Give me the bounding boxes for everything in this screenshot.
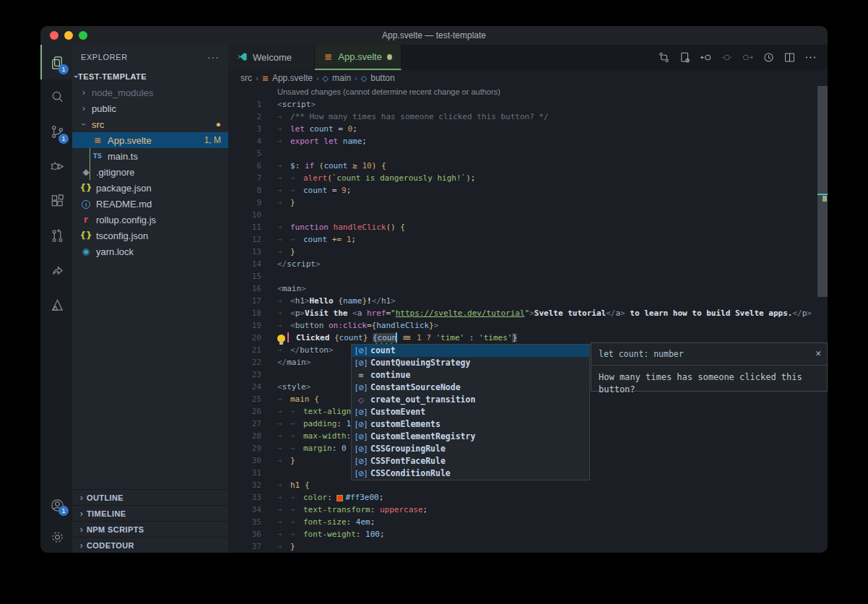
- line-number: 37: [228, 540, 261, 553]
- typescript-file-icon: TS: [91, 152, 104, 160]
- codelens-line[interactable]: Unsaved changes (cannot determine recent…: [228, 86, 828, 98]
- file-row--gitignore[interactable]: ◆.gitignore: [72, 164, 228, 180]
- chevron-right-icon: ›: [77, 493, 87, 503]
- suggestion-create_out_transition[interactable]: ◇create_out_transition: [352, 394, 589, 406]
- code-line-12[interactable]: 12→→count += 1;: [228, 233, 828, 246]
- code-line-3[interactable]: 3→let count = 0;: [228, 123, 828, 135]
- code-line-2[interactable]: 2→/** How many times has someone clicked…: [228, 111, 828, 123]
- section-outline[interactable]: ›OUTLINE: [72, 489, 228, 505]
- suggestion-count[interactable]: [⊘]count: [352, 345, 589, 357]
- activity-search[interactable]: [40, 79, 72, 114]
- account-button[interactable]: 1: [40, 489, 72, 521]
- previous-change-icon[interactable]: [698, 51, 713, 65]
- code-line-37[interactable]: 37→}: [228, 540, 828, 553]
- line-number: 7: [228, 172, 261, 184]
- file-row-yarn-lock[interactable]: ◉yarn.lock: [72, 243, 228, 259]
- code-line-1[interactable]: 1<script>: [228, 98, 828, 111]
- code-line-9[interactable]: 9→}: [228, 197, 828, 209]
- code-line-7[interactable]: 7→→alert(`count is dangerously high!`);: [228, 172, 828, 184]
- file-row-package-json[interactable]: {}package.json: [72, 180, 228, 196]
- suggestion-countqueuingstrategy[interactable]: [⊘]CountQueuingStrategy: [352, 357, 589, 369]
- tab-welcome[interactable]: Welcome: [228, 45, 315, 70]
- breadcrumb-src[interactable]: src: [240, 73, 252, 83]
- activity-pull-requests[interactable]: [40, 218, 72, 253]
- close-icon[interactable]: ✕: [815, 347, 821, 359]
- code-line-18[interactable]: 18→<p>Visit the <a href="https://svelte.…: [228, 307, 828, 319]
- next-change-icon[interactable]: [740, 51, 755, 65]
- code-line-36[interactable]: 36→→font-weight: 100;: [228, 528, 828, 540]
- file-history-icon[interactable]: [761, 51, 776, 65]
- code-line-16[interactable]: 16<main>: [228, 282, 828, 295]
- section-npm-scripts[interactable]: ›NPM SCRIPTS: [72, 521, 228, 537]
- change-marker-icon[interactable]: [719, 51, 734, 65]
- activity-azure[interactable]: [40, 288, 72, 322]
- file-row-app-svelte[interactable]: ≡App.svelte1, M: [72, 132, 228, 148]
- code-line-19[interactable]: 19→<button on:click={handleClick}>: [228, 319, 828, 332]
- suggestion-cssconditionrule[interactable]: [⊘]CSSConditionRule: [352, 467, 589, 480]
- codelens-unsaved-changes[interactable]: Unsaved changes (cannot determine recent…: [277, 87, 500, 96]
- section-timeline[interactable]: ›TIMELINE: [72, 505, 228, 521]
- code-line-11[interactable]: 11→function handleClick() {: [228, 221, 828, 233]
- breadcrumb-file[interactable]: App.svelte: [272, 73, 313, 83]
- file-row-public[interactable]: ›public: [72, 100, 228, 116]
- file-row-main-ts[interactable]: TSmain.ts: [72, 148, 228, 164]
- suggestion-constantsourcenode[interactable]: [⊘]ConstantSourceNode: [352, 381, 589, 394]
- code-editor[interactable]: Unsaved changes (cannot determine recent…: [228, 86, 828, 553]
- json-file-icon: {}: [79, 183, 92, 193]
- code-line-14[interactable]: 14</script>: [228, 258, 828, 270]
- code-line-8[interactable]: 8→→count = 9;: [228, 184, 828, 197]
- code-line-35[interactable]: 35→→font-size: 4em;: [228, 516, 828, 528]
- code-line-13[interactable]: 13→}: [228, 246, 828, 258]
- more-actions-icon[interactable]: [803, 51, 817, 65]
- suggestion-customevent[interactable]: [⊘]CustomEvent: [352, 406, 589, 418]
- activity-live-share[interactable]: [40, 253, 72, 288]
- hover-doc-text: How many times has someone clicked this …: [591, 366, 827, 402]
- suggestion-cssgroupingrule[interactable]: [⊘]CSSGroupingRule: [352, 443, 589, 455]
- code-line-5[interactable]: 5: [228, 147, 828, 160]
- code-line-17[interactable]: 17→<h1>Hello {name}!</h1>: [228, 295, 828, 307]
- section-codetour[interactable]: ›CODETOUR: [72, 537, 228, 553]
- sidebar-sections: ›OUTLINE›TIMELINE›NPM SCRIPTS›CODETOUR: [72, 489, 228, 553]
- suggestion-customelements[interactable]: [⊘]customElements: [352, 418, 589, 431]
- breadcrumb-button[interactable]: button: [370, 73, 394, 83]
- file-row-tsconfig-json[interactable]: {}tsconfig.json: [72, 228, 228, 243]
- activity-run-debug[interactable]: [40, 149, 72, 184]
- hover-doc-widget: let count: number How many times has som…: [591, 342, 828, 392]
- scrollbar-slider[interactable]: [817, 86, 828, 297]
- svelte-file-icon: ≡: [262, 74, 269, 83]
- code-line-33[interactable]: 33→→color: #ff3e00;: [228, 491, 828, 504]
- file-label: App.svelte: [108, 135, 152, 146]
- code-line-4[interactable]: 4→export let name;: [228, 135, 828, 147]
- open-changes-icon[interactable]: [677, 51, 692, 65]
- color-swatch[interactable]: [337, 495, 343, 501]
- code-line-15[interactable]: 15: [228, 270, 828, 282]
- activity-extensions[interactable]: [40, 184, 72, 218]
- compare-changes-icon[interactable]: [656, 51, 671, 65]
- suggestion-cssfontfacerule[interactable]: [⊘]CSSFontFaceRule: [352, 455, 589, 467]
- code-line-6[interactable]: 6→$: if (count ≥ 10) {: [228, 160, 828, 172]
- suggestion-continue[interactable]: ≡continue: [352, 369, 589, 381]
- line-number: 2: [228, 111, 261, 123]
- tree-root-test-template[interactable]: › TEST-TEMPLATE: [72, 69, 228, 85]
- suggestion-label: count: [370, 345, 396, 357]
- activity-explorer[interactable]: 1: [40, 45, 72, 79]
- split-editor-icon[interactable]: [782, 51, 797, 65]
- activity-source-control[interactable]: 1: [40, 114, 72, 149]
- file-row-rollup-config-js[interactable]: rrollup.config.js: [72, 212, 228, 228]
- variable-symbol-icon: [⊘]: [352, 467, 370, 480]
- code-line-10[interactable]: 10: [228, 209, 828, 221]
- code-line-34[interactable]: 34→→text-transform: uppercase;: [228, 504, 828, 516]
- sidebar-more-actions[interactable]: ···: [207, 51, 220, 63]
- code-line-32[interactable]: 32→h1 {: [228, 479, 828, 491]
- file-row-readme-md[interactable]: iREADME.md: [72, 196, 228, 212]
- suggestion-customelementregistry[interactable]: [⊘]CustomElementRegistry: [352, 431, 589, 443]
- svelte-file-icon: ≡: [91, 135, 104, 145]
- breadcrumb-main[interactable]: main: [332, 73, 351, 83]
- file-label: .gitignore: [96, 167, 134, 178]
- lightbulb-icon[interactable]: [277, 335, 285, 342]
- editor-scrollbar[interactable]: [817, 86, 828, 553]
- tab-app-svelte[interactable]: ≡ App.svelte: [315, 45, 402, 70]
- settings-button[interactable]: [40, 521, 72, 553]
- file-row-src[interactable]: ›src●: [72, 116, 228, 132]
- file-row-node-modules[interactable]: ›node_modules: [72, 85, 228, 100]
